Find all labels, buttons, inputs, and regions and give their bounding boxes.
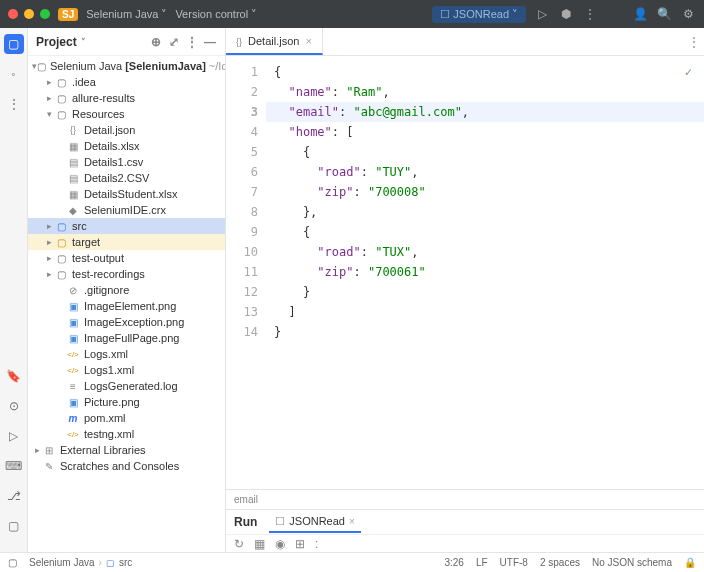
debug-icon[interactable]: ⬢: [558, 6, 574, 22]
tree-item-test-recordings[interactable]: ▸▢test-recordings: [28, 266, 225, 282]
run-tab-jsonread[interactable]: ☐ JSONRead ×: [269, 512, 360, 533]
layout-icon[interactable]: ⊞: [295, 537, 305, 551]
run-panel-label: Run: [234, 515, 257, 529]
more-icon[interactable]: ⋮: [582, 6, 598, 22]
scratches-consoles[interactable]: Scratches and Consoles: [28, 458, 225, 474]
json-icon: [236, 35, 242, 47]
code-editor[interactable]: 1234567891011121314 ✓ { "name": "Ram", "…: [226, 56, 704, 489]
maximize-window[interactable]: [40, 9, 50, 19]
tree-item-allure-results[interactable]: ▸▢allure-results: [28, 90, 225, 106]
run-tool-icon[interactable]: ▷: [4, 426, 24, 446]
tree-item-details2-csv[interactable]: Details2.CSV: [28, 170, 225, 186]
tree-item-detail-json[interactable]: Detail.json: [28, 122, 225, 138]
external-libraries[interactable]: ▸ External Libraries: [28, 442, 225, 458]
titlebar: SJ Selenium Java˅ Version control˅ ☐JSON…: [0, 0, 704, 28]
run-config-selector[interactable]: ☐JSONRead˅: [432, 6, 526, 23]
vcs-menu[interactable]: Version control˅: [175, 8, 257, 21]
tree-item-target[interactable]: ▸▢target: [28, 234, 225, 250]
bookmarks-tool-icon[interactable]: 🔖: [4, 366, 24, 386]
line-separator[interactable]: LF: [476, 557, 488, 568]
status-breadcrumb[interactable]: Selenium Java › ▢ src: [29, 557, 132, 568]
tool-window-bar-left: ▢ ◦ ⋮ 🔖 ⊙ ▷ ⌨ ⎇ ▢: [0, 28, 28, 552]
project-badge: SJ: [58, 8, 78, 21]
tree-item-logsgenerated-log[interactable]: LogsGenerated.log: [28, 378, 225, 394]
tree-item-resources[interactable]: ▾▢Resources: [28, 106, 225, 122]
commit-tool-icon[interactable]: ◦: [4, 64, 24, 84]
tree-item-detailsstudent-xlsx[interactable]: DetailsStudent.xlsx: [28, 186, 225, 202]
run-panel: Run ☐ JSONRead × ↻ ▦ ◉ ⊞ :: [226, 509, 704, 552]
structure-tool-icon[interactable]: ⋮: [4, 94, 24, 114]
caret-position[interactable]: 3:26: [444, 557, 463, 568]
window-controls: [8, 9, 50, 19]
tree-item-details-xlsx[interactable]: Details.xlsx: [28, 138, 225, 154]
status-bar: ▢ Selenium Java › ▢ src 3:26 LF UTF-8 2 …: [0, 552, 704, 572]
tree-item-test-output[interactable]: ▸▢test-output: [28, 250, 225, 266]
editor-tabs: Detail.json × ⋮: [226, 28, 704, 56]
tree-item-src[interactable]: ▸▢src: [28, 218, 225, 234]
search-icon[interactable]: 🔍: [656, 6, 672, 22]
git-tool-icon[interactable]: ⎇: [4, 486, 24, 506]
json-schema[interactable]: No JSON schema: [592, 557, 672, 568]
select-opened-file-icon[interactable]: ⊕: [149, 35, 163, 49]
tree-item-imageelement-png[interactable]: ImageElement.png: [28, 298, 225, 314]
editor-breadcrumb[interactable]: email: [226, 489, 704, 509]
project-tool-icon[interactable]: ▢: [4, 34, 24, 54]
editor-tab-detail-json[interactable]: Detail.json ×: [226, 28, 323, 55]
readonly-lock-icon[interactable]: 🔒: [684, 557, 696, 568]
tree-item-picture-png[interactable]: Picture.png: [28, 394, 225, 410]
project-panel-title: Project: [36, 35, 77, 49]
tree-item-logs1-xml[interactable]: Logs1.xml: [28, 362, 225, 378]
line-gutter: 1234567891011121314: [226, 56, 266, 489]
expand-all-icon[interactable]: ⤢: [167, 35, 181, 49]
tree-root[interactable]: ▾ ▢ Selenium Java [SeleniumJava] ~/IdeaP…: [28, 58, 225, 74]
project-selector[interactable]: Selenium Java˅: [86, 8, 167, 21]
settings-icon[interactable]: ⚙: [680, 6, 696, 22]
build-tool-icon[interactable]: ⊙: [4, 396, 24, 416]
editor-options-icon[interactable]: ⋮: [684, 28, 704, 55]
tree-item-logs-xml[interactable]: Logs.xml: [28, 346, 225, 362]
tree-item-imageexception-png[interactable]: ImageException.png: [28, 314, 225, 330]
minimize-window[interactable]: [24, 9, 34, 19]
run-icon[interactable]: ▷: [534, 6, 550, 22]
problems-tool-icon[interactable]: ▢: [4, 516, 24, 536]
inspection-ok-icon[interactable]: ✓: [685, 62, 692, 82]
status-indent-icon[interactable]: ▢: [8, 557, 17, 568]
project-panel: Project ˅ ⊕ ⤢ ⋮ — ▾ ▢ Selenium Java [Sel…: [28, 28, 226, 552]
tree-item-details1-csv[interactable]: Details1.csv: [28, 154, 225, 170]
tree-item--idea[interactable]: ▸▢.idea: [28, 74, 225, 90]
editor-area: Detail.json × ⋮ 1234567891011121314 ✓ { …: [226, 28, 704, 552]
tree-item-imagefullpage-png[interactable]: ImageFullPage.png: [28, 330, 225, 346]
rerun-icon[interactable]: ↻: [234, 537, 244, 551]
hide-panel-icon[interactable]: —: [203, 35, 217, 49]
close-run-tab-icon[interactable]: ×: [349, 516, 355, 527]
close-window[interactable]: [8, 9, 18, 19]
file-encoding[interactable]: UTF-8: [500, 557, 528, 568]
indent-config[interactable]: 2 spaces: [540, 557, 580, 568]
stop-icon[interactable]: ▦: [254, 537, 265, 551]
terminal-tool-icon[interactable]: ⌨: [4, 456, 24, 476]
filter-icon[interactable]: ◉: [275, 537, 285, 551]
panel-options-icon[interactable]: ⋮: [185, 35, 199, 49]
tree-item-pom-xml[interactable]: mpom.xml: [28, 410, 225, 426]
tree-item--gitignore[interactable]: .gitignore: [28, 282, 225, 298]
project-tree[interactable]: ▾ ▢ Selenium Java [SeleniumJava] ~/IdeaP…: [28, 56, 225, 552]
tree-item-seleniumide-crx[interactable]: SeleniumIDE.crx: [28, 202, 225, 218]
user-icon[interactable]: 👤: [632, 6, 648, 22]
close-tab-icon[interactable]: ×: [305, 35, 311, 47]
tree-item-testng-xml[interactable]: testng.xml: [28, 426, 225, 442]
